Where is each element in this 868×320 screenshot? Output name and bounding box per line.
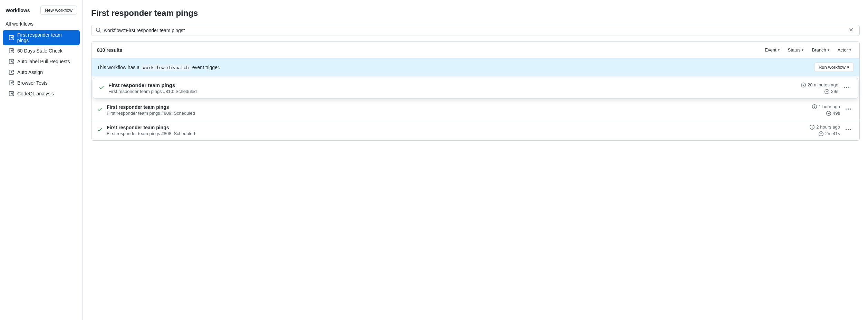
sidebar-item-codeql[interactable]: CodeQL analysis	[3, 88, 80, 99]
time-value: 1 hour ago	[819, 104, 840, 109]
duration-meta: 29s	[824, 89, 838, 94]
row-more-button[interactable]	[841, 83, 852, 93]
chevron-down-icon: ▾	[802, 48, 803, 52]
sidebar-item-auto-assign[interactable]: Auto Assign	[3, 67, 80, 77]
sidebar: Workflows New workflow All workflows Fir…	[0, 0, 83, 320]
workflow-info: First responder team pings First respond…	[107, 104, 812, 116]
run-workflow-button[interactable]: Run workflow ▾	[814, 63, 854, 72]
time-meta: 1 hour ago	[812, 104, 840, 109]
actor-filter-button[interactable]: Actor ▾	[835, 46, 854, 54]
chevron-down-icon: ▾	[778, 48, 780, 52]
workflow-icon	[8, 91, 15, 97]
workflow-icon	[8, 80, 15, 86]
chevron-down-icon: ▾	[847, 65, 849, 70]
duration-meta: 2m 41s	[819, 131, 840, 136]
chevron-down-icon: ▾	[849, 48, 851, 52]
new-workflow-button[interactable]: New workflow	[40, 6, 77, 15]
workflow-meta: 2 hours ago 2m 41s	[810, 124, 840, 136]
search-bar	[91, 25, 860, 36]
duration-value: 29s	[831, 89, 838, 94]
sidebar-item-first-responder[interactable]: First responder team pings	[3, 30, 80, 45]
workflow-rows: First responder team pings First respond…	[91, 78, 859, 140]
workflow-subtitle: First responder team pings #808: Schedul…	[107, 131, 810, 136]
sidebar-header: Workflows New workflow	[0, 6, 83, 19]
duration-value: 49s	[833, 111, 840, 116]
duration-value: 2m 41s	[825, 131, 840, 136]
workflow-info: First responder team pings First respond…	[108, 82, 801, 94]
sidebar-nav: First responder team pings 60 Days Stale…	[0, 30, 83, 99]
workflow-name: First responder team pings	[107, 104, 812, 110]
workflow-meta: 20 minutes ago 29s	[801, 82, 838, 94]
results-header: 810 results Event ▾ Status ▾ Branch ▾	[91, 42, 859, 58]
workflow-subtitle: First responder team pings #809: Schedul…	[107, 111, 812, 116]
sidebar-item-label: Browser Tests	[17, 80, 48, 86]
workflow-icon	[8, 69, 15, 75]
sidebar-item-stale-check[interactable]: 60 Days Stale Check	[3, 46, 80, 56]
dispatch-text: This workflow has a workflow_dispatch ev…	[97, 65, 220, 70]
event-filter-button[interactable]: Event ▾	[762, 46, 782, 54]
status-filter-button[interactable]: Status ▾	[785, 46, 807, 54]
workflow-icon	[8, 58, 15, 65]
workflow-icon	[8, 35, 15, 41]
check-icon	[97, 106, 103, 113]
table-row[interactable]: First responder team pings First respond…	[91, 100, 859, 120]
sidebar-item-label: Auto label Pull Requests	[17, 59, 70, 64]
page-title: First responder team pings	[91, 8, 860, 18]
workflow-icon	[8, 48, 15, 54]
main-content: First responder team pings 810 results E…	[83, 0, 868, 320]
row-more-button[interactable]	[843, 105, 854, 115]
time-meta: 2 hours ago	[810, 124, 840, 130]
row-more-button[interactable]	[843, 125, 854, 135]
table-row[interactable]: First responder team pings First respond…	[91, 120, 859, 140]
workflow-meta: 1 hour ago 49s	[812, 104, 840, 116]
chevron-down-icon: ▾	[828, 48, 829, 52]
sidebar-item-browser-tests[interactable]: Browser Tests	[3, 78, 80, 88]
workflow-info: First responder team pings First respond…	[107, 125, 810, 136]
check-icon	[97, 127, 103, 134]
workflow-subtitle: First responder team pings #810: Schedul…	[108, 89, 801, 94]
branch-filter-button[interactable]: Branch ▾	[809, 46, 832, 54]
search-input[interactable]	[104, 28, 847, 33]
duration-meta: 49s	[826, 111, 840, 116]
time-meta: 20 minutes ago	[801, 82, 838, 87]
table-row[interactable]: First responder team pings First respond…	[93, 78, 858, 98]
results-count: 810 results	[97, 47, 122, 53]
check-icon	[99, 85, 104, 92]
workflow-name: First responder team pings	[108, 82, 801, 88]
sidebar-title: Workflows	[6, 8, 30, 13]
sidebar-item-label: First responder team pings	[17, 32, 74, 43]
workflow-name: First responder team pings	[107, 125, 810, 130]
all-workflows-link[interactable]: All workflows	[0, 19, 83, 29]
sidebar-item-label: Auto Assign	[17, 69, 43, 75]
search-clear-button[interactable]	[847, 27, 855, 34]
dispatch-banner: This workflow has a workflow_dispatch ev…	[91, 58, 859, 76]
results-container: 810 results Event ▾ Status ▾ Branch ▾	[91, 41, 860, 141]
sidebar-item-label: 60 Days Stale Check	[17, 48, 62, 54]
filter-group: Event ▾ Status ▾ Branch ▾ Actor ▾	[762, 46, 854, 54]
search-icon	[96, 27, 101, 34]
time-value: 20 minutes ago	[808, 82, 838, 87]
time-value: 2 hours ago	[816, 124, 840, 130]
sidebar-item-label: CodeQL analysis	[17, 91, 54, 96]
sidebar-item-auto-label[interactable]: Auto label Pull Requests	[3, 56, 80, 67]
